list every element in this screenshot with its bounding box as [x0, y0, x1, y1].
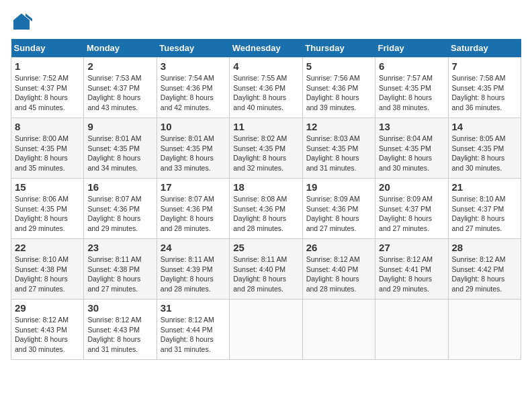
calendar-cell: 17 Sunrise: 8:07 AM Sunset: 4:36 PM Dayl… — [157, 179, 229, 239]
day-number: 13 — [379, 121, 444, 132]
calendar-cell — [448, 300, 521, 360]
day-number: 30 — [87, 302, 152, 314]
calendar-cell: 13 Sunrise: 8:04 AM Sunset: 4:35 PM Dayl… — [375, 118, 448, 179]
calendar-cell: 22 Sunrise: 8:10 AM Sunset: 4:38 PM Dayl… — [11, 239, 84, 300]
day-number: 2 — [87, 60, 152, 72]
col-header-sunday: Sunday — [11, 39, 84, 58]
day-number: 11 — [233, 121, 298, 132]
calendar-cell: 15 Sunrise: 8:06 AM Sunset: 4:35 PM Dayl… — [11, 179, 84, 239]
day-number: 1 — [15, 60, 80, 72]
day-content: Sunrise: 8:11 AM Sunset: 4:39 PM Dayligh… — [161, 255, 226, 294]
logo — [11, 11, 35, 32]
calendar-cell: 31 Sunrise: 8:12 AM Sunset: 4:44 PM Dayl… — [157, 300, 229, 360]
day-number: 12 — [306, 121, 371, 132]
calendar-cell: 11 Sunrise: 8:02 AM Sunset: 4:35 PM Dayl… — [230, 118, 302, 179]
calendar-cell: 5 Sunrise: 7:56 AM Sunset: 4:36 PM Dayli… — [302, 58, 375, 118]
day-number: 4 — [233, 60, 298, 72]
calendar-cell — [230, 300, 302, 360]
col-header-monday: Monday — [84, 39, 157, 58]
day-content: Sunrise: 8:07 AM Sunset: 4:36 PM Dayligh… — [161, 194, 226, 234]
day-number: 14 — [452, 121, 517, 132]
day-content: Sunrise: 8:01 AM Sunset: 4:35 PM Dayligh… — [161, 134, 226, 173]
calendar-cell: 1 Sunrise: 7:52 AM Sunset: 4:37 PM Dayli… — [11, 58, 84, 118]
day-number: 23 — [87, 242, 152, 253]
week-row-4: 22 Sunrise: 8:10 AM Sunset: 4:38 PM Dayl… — [11, 239, 521, 300]
col-header-friday: Friday — [375, 39, 448, 58]
calendar-cell: 25 Sunrise: 8:11 AM Sunset: 4:40 PM Dayl… — [230, 239, 302, 300]
calendar-cell: 7 Sunrise: 7:58 AM Sunset: 4:35 PM Dayli… — [448, 58, 521, 118]
calendar-cell — [375, 300, 448, 360]
day-content: Sunrise: 7:52 AM Sunset: 4:37 PM Dayligh… — [15, 73, 80, 113]
calendar-cell: 19 Sunrise: 8:09 AM Sunset: 4:36 PM Dayl… — [302, 179, 375, 239]
day-content: Sunrise: 8:02 AM Sunset: 4:35 PM Dayligh… — [233, 134, 298, 173]
calendar-cell: 12 Sunrise: 8:03 AM Sunset: 4:35 PM Dayl… — [302, 118, 375, 179]
day-number: 6 — [379, 60, 444, 72]
day-number: 20 — [379, 181, 444, 193]
day-number: 28 — [452, 242, 517, 253]
day-number: 25 — [233, 242, 298, 253]
day-number: 22 — [15, 242, 80, 253]
day-number: 3 — [161, 60, 226, 72]
col-header-saturday: Saturday — [448, 39, 521, 58]
week-row-3: 15 Sunrise: 8:06 AM Sunset: 4:35 PM Dayl… — [11, 179, 521, 239]
day-content: Sunrise: 8:11 AM Sunset: 4:40 PM Dayligh… — [233, 255, 298, 294]
day-content: Sunrise: 8:12 AM Sunset: 4:40 PM Dayligh… — [306, 255, 371, 294]
calendar-cell: 2 Sunrise: 7:53 AM Sunset: 4:37 PM Dayli… — [84, 58, 157, 118]
day-content: Sunrise: 8:12 AM Sunset: 4:41 PM Dayligh… — [379, 255, 444, 294]
calendar-cell: 23 Sunrise: 8:11 AM Sunset: 4:38 PM Dayl… — [84, 239, 157, 300]
calendar-cell: 27 Sunrise: 8:12 AM Sunset: 4:41 PM Dayl… — [375, 239, 448, 300]
day-content: Sunrise: 7:56 AM Sunset: 4:36 PM Dayligh… — [306, 73, 371, 113]
week-row-1: 1 Sunrise: 7:52 AM Sunset: 4:37 PM Dayli… — [11, 58, 521, 118]
calendar-cell: 18 Sunrise: 8:08 AM Sunset: 4:36 PM Dayl… — [230, 179, 302, 239]
day-content: Sunrise: 8:03 AM Sunset: 4:35 PM Dayligh… — [306, 134, 371, 173]
day-number: 7 — [452, 60, 517, 72]
day-number: 29 — [15, 302, 80, 314]
day-number: 16 — [87, 181, 152, 193]
week-row-2: 8 Sunrise: 8:00 AM Sunset: 4:35 PM Dayli… — [11, 118, 521, 179]
day-content: Sunrise: 8:05 AM Sunset: 4:35 PM Dayligh… — [452, 134, 517, 173]
day-content: Sunrise: 8:06 AM Sunset: 4:35 PM Dayligh… — [15, 194, 80, 234]
day-number: 8 — [15, 121, 80, 132]
day-content: Sunrise: 8:08 AM Sunset: 4:36 PM Dayligh… — [233, 194, 298, 234]
day-content: Sunrise: 8:12 AM Sunset: 4:42 PM Dayligh… — [452, 255, 517, 294]
day-number: 26 — [306, 242, 371, 253]
day-content: Sunrise: 8:01 AM Sunset: 4:35 PM Dayligh… — [87, 134, 152, 173]
day-content: Sunrise: 8:09 AM Sunset: 4:37 PM Dayligh… — [379, 194, 444, 234]
col-header-tuesday: Tuesday — [157, 39, 229, 58]
calendar-cell: 26 Sunrise: 8:12 AM Sunset: 4:40 PM Dayl… — [302, 239, 375, 300]
day-content: Sunrise: 7:57 AM Sunset: 4:35 PM Dayligh… — [379, 73, 444, 113]
calendar-table: SundayMondayTuesdayWednesdayThursdayFrid… — [11, 39, 521, 360]
col-header-wednesday: Wednesday — [230, 39, 302, 58]
day-number: 21 — [452, 181, 517, 193]
week-row-5: 29 Sunrise: 8:12 AM Sunset: 4:43 PM Dayl… — [11, 300, 521, 360]
calendar-cell — [302, 300, 375, 360]
day-content: Sunrise: 8:09 AM Sunset: 4:36 PM Dayligh… — [306, 194, 371, 234]
calendar-cell: 21 Sunrise: 8:10 AM Sunset: 4:37 PM Dayl… — [448, 179, 521, 239]
day-content: Sunrise: 8:10 AM Sunset: 4:37 PM Dayligh… — [452, 194, 517, 234]
logo-icon — [11, 11, 32, 32]
day-number: 18 — [233, 181, 298, 193]
header-row: SundayMondayTuesdayWednesdayThursdayFrid… — [11, 39, 521, 58]
calendar-cell: 28 Sunrise: 8:12 AM Sunset: 4:42 PM Dayl… — [448, 239, 521, 300]
day-number: 19 — [306, 181, 371, 193]
calendar-cell: 20 Sunrise: 8:09 AM Sunset: 4:37 PM Dayl… — [375, 179, 448, 239]
calendar-cell: 8 Sunrise: 8:00 AM Sunset: 4:35 PM Dayli… — [11, 118, 84, 179]
day-content: Sunrise: 8:12 AM Sunset: 4:43 PM Dayligh… — [87, 315, 152, 355]
day-content: Sunrise: 8:12 AM Sunset: 4:43 PM Dayligh… — [15, 315, 80, 355]
day-number: 27 — [379, 242, 444, 253]
day-number: 9 — [87, 121, 152, 132]
calendar-cell: 9 Sunrise: 8:01 AM Sunset: 4:35 PM Dayli… — [84, 118, 157, 179]
day-content: Sunrise: 8:04 AM Sunset: 4:35 PM Dayligh… — [379, 134, 444, 173]
calendar-cell: 24 Sunrise: 8:11 AM Sunset: 4:39 PM Dayl… — [157, 239, 229, 300]
calendar-cell: 3 Sunrise: 7:54 AM Sunset: 4:36 PM Dayli… — [157, 58, 229, 118]
day-number: 31 — [161, 302, 226, 314]
day-content: Sunrise: 7:54 AM Sunset: 4:36 PM Dayligh… — [161, 73, 226, 113]
day-content: Sunrise: 8:11 AM Sunset: 4:38 PM Dayligh… — [87, 255, 152, 294]
calendar-cell: 6 Sunrise: 7:57 AM Sunset: 4:35 PM Dayli… — [375, 58, 448, 118]
day-number: 15 — [15, 181, 80, 193]
day-number: 10 — [161, 121, 226, 132]
calendar-cell: 30 Sunrise: 8:12 AM Sunset: 4:43 PM Dayl… — [84, 300, 157, 360]
day-content: Sunrise: 7:55 AM Sunset: 4:36 PM Dayligh… — [233, 73, 298, 113]
day-content: Sunrise: 8:07 AM Sunset: 4:36 PM Dayligh… — [87, 194, 152, 234]
day-content: Sunrise: 8:12 AM Sunset: 4:44 PM Dayligh… — [161, 315, 226, 355]
